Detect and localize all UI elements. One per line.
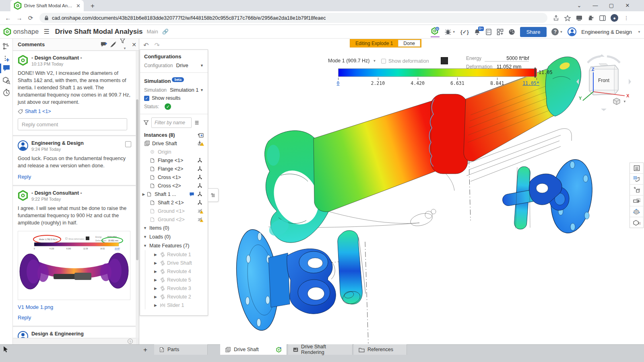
- insert-instance-icon[interactable]: [198, 133, 204, 138]
- expand-chevron-icon[interactable]: ▶: [154, 269, 158, 274]
- new-comment-icon[interactable]: [100, 41, 110, 48]
- onshape-logo[interactable]: onshape: [3, 28, 39, 36]
- side-panel-icon[interactable]: [599, 14, 606, 22]
- list-view-icon[interactable]: [194, 120, 200, 125]
- instance-row-ground2[interactable]: Ground <2>: [140, 215, 208, 224]
- expand-chevron-icon[interactable]: ▶: [154, 261, 158, 265]
- instance-row-drive-shaft[interactable]: Drive Shaft: [140, 139, 208, 148]
- undo-icon[interactable]: ↶: [143, 41, 149, 49]
- expand-chevron-icon[interactable]: ▶: [154, 295, 158, 299]
- tasks-checklist-icon[interactable]: [485, 29, 492, 35]
- instance-row-flange1[interactable]: Flange <1>: [140, 156, 208, 165]
- items-section[interactable]: ▼ Items (0): [140, 224, 208, 232]
- reply-link[interactable]: Reply: [18, 174, 31, 180]
- tab-parts[interactable]: Parts: [154, 344, 208, 355]
- dock-bom-icon[interactable]: [630, 174, 643, 185]
- filter-icon[interactable]: [143, 120, 149, 125]
- tab-references[interactable]: References: [354, 344, 407, 355]
- account-avatar[interactable]: [568, 27, 576, 36]
- simulation-caret-icon[interactable]: ▼: [200, 88, 204, 92]
- add-tab-button[interactable]: +: [143, 346, 147, 354]
- mate-connector-icon[interactable]: [197, 158, 204, 163]
- share-page-icon[interactable]: [552, 14, 559, 22]
- mode-selector[interactable]: Mode 1 (909.7 Hz) ▼: [328, 58, 376, 64]
- instance-row-origin[interactable]: Origin: [140, 148, 208, 156]
- instance-row-ground1[interactable]: Ground <1>: [140, 207, 208, 215]
- mate-features-section[interactable]: ▼ Mate Features (7): [140, 241, 208, 250]
- fixed-warning-icon[interactable]: [197, 140, 204, 146]
- dock-model-tree-icon[interactable]: [630, 163, 643, 174]
- copy-link-icon[interactable]: 🔗: [162, 29, 169, 35]
- instance-row-cross2[interactable]: Cross <2>: [140, 181, 208, 190]
- mate-feature-row[interactable]: ▶ Slider 1: [145, 301, 208, 309]
- notifications-bell-icon[interactable]: 9+: [474, 29, 481, 35]
- instance-row-flange2[interactable]: Flange <2>: [140, 165, 208, 173]
- resolve-comment-checkbox[interactable]: [125, 141, 131, 147]
- forward-button[interactable]: →: [14, 14, 25, 21]
- instance-row-shaft2[interactable]: Shaft 2 <1>: [140, 198, 208, 207]
- help-icon[interactable]: ?▼: [551, 28, 563, 35]
- mate-feature-row[interactable]: ▶ Revolute 4: [145, 267, 208, 276]
- attachment-filename-link[interactable]: V1 Mode 1.png: [18, 304, 53, 310]
- scale-max-link[interactable]: 11.05*: [522, 80, 539, 86]
- extensions-puzzle-icon[interactable]: [587, 14, 594, 22]
- ground-warning-icon[interactable]: [197, 216, 204, 222]
- ground-warning-icon[interactable]: [197, 208, 204, 214]
- mate-feature-row[interactable]: ▶ Revolute 2: [145, 292, 208, 301]
- filter-comments-icon[interactable]: ▼: [120, 39, 129, 51]
- comment-attachment-image[interactable]: Mode 1 (782.5 Hz) ▾ Show deformation Ene…: [18, 231, 130, 300]
- reply-comment-input[interactable]: [18, 118, 127, 130]
- configuration-dropdown[interactable]: Drive: [176, 62, 200, 68]
- apps-grid-icon[interactable]: [497, 29, 504, 35]
- mate-connector-icon[interactable]: [197, 191, 204, 197]
- dock-appearance-icon[interactable]: x): [630, 217, 643, 228]
- dock-exploded-view-icon[interactable]: [630, 185, 643, 195]
- mute-notifications-icon[interactable]: [110, 41, 120, 48]
- select-cursor-icon[interactable]: [2, 346, 10, 353]
- comments-scrollbar[interactable]: [136, 51, 139, 338]
- mate-feature-row[interactable]: ▶ Revolute 3: [145, 284, 208, 292]
- mate-connector-icon[interactable]: [197, 175, 204, 180]
- search-geometry-icon[interactable]: [2, 76, 10, 84]
- show-results-checkbox[interactable]: ✓: [144, 96, 149, 101]
- stopwatch-icon[interactable]: [2, 88, 10, 97]
- appearance-palette-icon[interactable]: [508, 29, 515, 35]
- report-bug-icon[interactable]: ▼: [444, 29, 456, 35]
- expand-chevron-icon[interactable]: ▶: [154, 278, 158, 282]
- show-deformation-control[interactable]: Show deformation: [381, 58, 429, 64]
- dock-named-views-icon[interactable]: [630, 206, 643, 217]
- reply-link[interactable]: Reply: [18, 315, 31, 321]
- feature-script-icon[interactable]: {✓}: [460, 29, 469, 35]
- bookmark-star-icon[interactable]: [564, 14, 571, 22]
- close-comments-icon[interactable]: ✕: [129, 41, 139, 48]
- tab-search-chevron-icon[interactable]: ⌄: [573, 2, 585, 10]
- versions-tree-icon[interactable]: [2, 43, 10, 51]
- mate-connector-icon[interactable]: [197, 166, 204, 171]
- show-deformation-checkbox[interactable]: [381, 59, 386, 64]
- mate-feature-row[interactable]: ▶ Revolute 5: [145, 276, 208, 284]
- flange2-exploded[interactable]: [529, 157, 597, 236]
- tab-drive-shaft-rendering[interactable]: Drive Shaft Rendering: [288, 344, 353, 355]
- url-field[interactable]: cad.onshape.com/documents/43b281b6e8183d…: [39, 13, 547, 23]
- instance-row-cross1[interactable]: Cross <1>: [140, 173, 208, 181]
- account-caret-icon[interactable]: ▼: [638, 30, 641, 34]
- mate-connector-icon[interactable]: [197, 200, 204, 205]
- extension-badge-icon[interactable]: [576, 14, 583, 22]
- configuration-caret-icon[interactable]: ▼: [200, 64, 204, 68]
- redo-icon[interactable]: ↷: [154, 41, 159, 49]
- scale-min-link[interactable]: 0: [337, 80, 340, 86]
- expand-chevron-icon[interactable]: ▶: [154, 253, 158, 257]
- mate-connector-icon[interactable]: [197, 183, 204, 188]
- back-button[interactable]: ←: [2, 14, 14, 21]
- help-mini-icon[interactable]: ?: [128, 339, 133, 344]
- simulation-app-icon[interactable]: [431, 27, 440, 37]
- view-options-cube[interactable]: ▼: [613, 98, 626, 105]
- workspace-name[interactable]: Main: [147, 29, 158, 35]
- panel-flyout-handle[interactable]: [208, 188, 219, 202]
- loads-section[interactable]: ▼ Loads (0): [140, 232, 208, 241]
- window-close-button[interactable]: ✕: [621, 2, 634, 10]
- shaft2-stub-exploded[interactable]: [338, 230, 365, 306]
- tab-drive-shaft[interactable]: Drive Shaft: [220, 344, 287, 355]
- instance-row-shaft1[interactable]: ▶ Shaft 1 ...: [140, 190, 208, 198]
- share-button[interactable]: Share: [520, 27, 547, 37]
